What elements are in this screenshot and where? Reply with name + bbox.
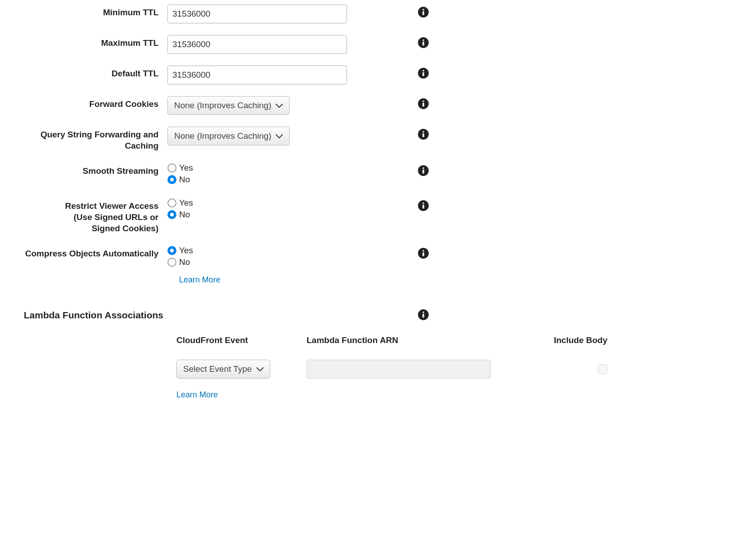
info-icon[interactable] [418, 247, 429, 259]
row-minimum-ttl: Minimum TTL [8, 4, 748, 23]
row-compress-objects: Compress Objects Automatically Yes No Le… [8, 246, 748, 285]
compress-yes-option[interactable]: Yes [167, 246, 410, 255]
include-body-checkbox[interactable] [598, 364, 607, 374]
radio-label: Yes [179, 246, 193, 255]
svg-point-16 [422, 167, 424, 169]
smooth-streaming-label: Smooth Streaming [8, 163, 167, 177]
row-forward-cookies: Forward Cookies None (Improves Caching) [8, 96, 748, 115]
chevron-down-icon [276, 131, 283, 141]
info-icon[interactable] [418, 200, 429, 211]
info-icon[interactable] [418, 309, 429, 321]
forward-cookies-select[interactable]: None (Improves Caching) [167, 96, 290, 115]
row-restrict-viewer: Restrict Viewer Access (Use Signed URLs … [8, 198, 748, 234]
radio-label: Yes [179, 163, 193, 173]
svg-point-19 [422, 203, 424, 204]
query-string-label: Query String Forwarding and Caching [8, 127, 167, 151]
svg-rect-2 [422, 11, 424, 15]
svg-rect-20 [422, 205, 424, 209]
chevron-down-icon [256, 364, 264, 374]
radio-icon [167, 246, 176, 255]
info-icon[interactable] [418, 165, 429, 176]
svg-point-22 [422, 250, 424, 251]
radio-label: No [179, 257, 190, 267]
lambda-event-placeholder: Select Event Type [183, 364, 252, 374]
lambda-col-arn-header: Lambda Function ARN [307, 335, 522, 345]
svg-point-4 [422, 40, 424, 41]
query-string-value: None (Improves Caching) [174, 131, 271, 141]
radio-label: Yes [179, 198, 193, 208]
restrict-viewer-label: Restrict Viewer Access (Use Signed URLs … [8, 198, 167, 234]
svg-rect-23 [422, 252, 424, 256]
radio-icon [167, 258, 176, 267]
radio-icon [167, 163, 176, 172]
svg-point-10 [422, 101, 424, 102]
compress-objects-label: Compress Objects Automatically [8, 246, 167, 260]
svg-point-13 [422, 131, 424, 132]
svg-rect-5 [422, 42, 424, 46]
row-query-string: Query String Forwarding and Caching None… [8, 127, 748, 151]
radio-icon [167, 210, 176, 219]
restrict-viewer-yes-option[interactable]: Yes [167, 198, 410, 208]
maximum-ttl-label: Maximum TTL [8, 35, 167, 49]
forward-cookies-label: Forward Cookies [8, 96, 167, 110]
default-ttl-input[interactable] [167, 66, 347, 84]
lambda-arn-input[interactable] [307, 360, 491, 379]
compress-learn-more-link[interactable]: Learn More [179, 275, 220, 285]
chevron-down-icon [276, 101, 283, 110]
info-icon[interactable] [418, 128, 429, 140]
radio-icon [167, 175, 176, 184]
radio-label: No [179, 175, 190, 185]
lambda-section-title: Lambda Function Associations [8, 310, 410, 321]
radio-icon [167, 198, 176, 207]
minimum-ttl-input[interactable] [167, 4, 347, 23]
svg-rect-14 [422, 133, 424, 137]
svg-point-1 [422, 9, 424, 10]
info-icon[interactable] [418, 98, 429, 110]
default-ttl-label: Default TTL [8, 66, 167, 79]
svg-point-7 [422, 70, 424, 71]
lambda-columns: CloudFront Event Select Event Type Learn… [8, 335, 748, 400]
row-default-ttl: Default TTL [8, 66, 748, 84]
lambda-event-select[interactable]: Select Event Type [176, 360, 270, 379]
query-string-select[interactable]: None (Improves Caching) [167, 127, 290, 145]
svg-rect-11 [422, 103, 424, 107]
row-smooth-streaming: Smooth Streaming Yes No [8, 163, 748, 186]
svg-rect-17 [422, 170, 424, 174]
compress-no-option[interactable]: No [167, 257, 410, 267]
info-icon[interactable] [418, 6, 429, 18]
restrict-viewer-no-option[interactable]: No [167, 210, 410, 220]
lambda-col-include-header: Include Body [522, 335, 607, 345]
svg-rect-8 [422, 72, 424, 76]
maximum-ttl-input[interactable] [167, 35, 347, 54]
forward-cookies-value: None (Improves Caching) [174, 101, 271, 110]
radio-label: No [179, 210, 190, 220]
svg-rect-26 [422, 314, 424, 318]
smooth-streaming-yes-option[interactable]: Yes [167, 163, 410, 173]
minimum-ttl-label: Minimum TTL [8, 4, 167, 18]
info-icon[interactable] [418, 37, 429, 48]
lambda-section-header: Lambda Function Associations [8, 307, 748, 323]
row-maximum-ttl: Maximum TTL [8, 35, 748, 54]
lambda-learn-more-link[interactable]: Learn More [176, 390, 218, 400]
lambda-col-event-header: CloudFront Event [176, 335, 307, 345]
svg-point-25 [422, 312, 424, 313]
info-icon[interactable] [418, 67, 429, 79]
smooth-streaming-no-option[interactable]: No [167, 175, 410, 185]
